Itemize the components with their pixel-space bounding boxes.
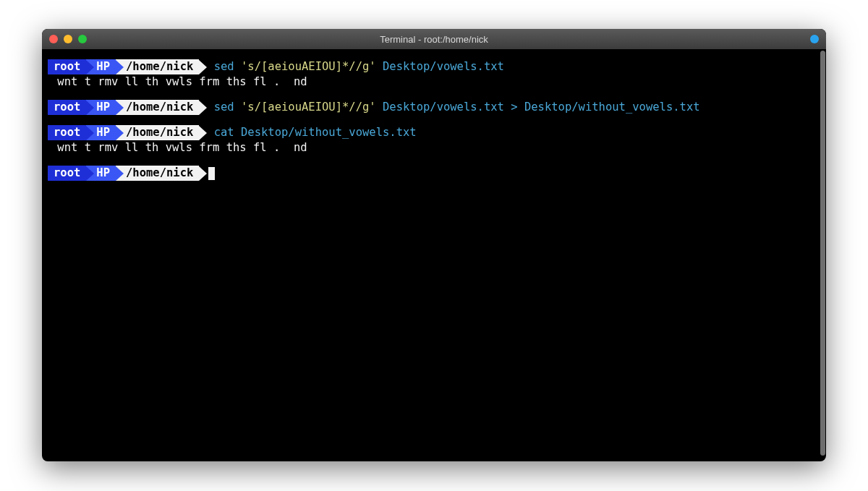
chevron-right-icon [86,166,94,181]
command-text: cat Desktop/without_vowels.txt [207,125,416,140]
prompt-line[interactable]: root HP /home/nick [46,166,822,181]
minimize-icon[interactable] [64,35,72,43]
prompt-path: /home/nick [116,166,199,181]
command-block: root HP /home/nick [46,166,822,181]
prompt-user: root [48,59,86,74]
chevron-right-icon [86,126,94,140]
chevron-right-icon [116,60,124,74]
close-icon[interactable] [49,35,58,43]
terminal-body[interactable]: root HP /home/nick sed 's/[aeiouAEIOU]*/… [42,49,826,461]
command-output: wnt t rmv ll th vwls frm ths fl . nd [46,74,822,90]
prompt-user: root [48,125,86,140]
chevron-right-icon [116,166,124,181]
command-block: root HP /home/nick cat Desktop/without_v… [46,125,822,155]
prompt-path: /home/nick [116,100,199,115]
prompt-user: root [48,100,86,115]
titlebar[interactable]: Terminal - root:/home/nick [42,29,826,49]
status-indicator-icon [810,35,819,43]
command-block: root HP /home/nick sed 's/[aeiouAEIOU]*/… [46,59,822,90]
prompt-line: root HP /home/nick sed 's/[aeiouAEIOU]*/… [46,59,822,74]
chevron-right-icon [199,166,207,181]
terminal-window: Terminal - root:/home/nick root HP /home… [42,29,826,461]
cursor-icon [208,167,215,180]
scrollbar[interactable] [820,51,825,456]
chevron-right-icon [116,126,124,140]
chevron-right-icon [199,60,207,74]
prompt-path: /home/nick [116,59,199,74]
command-output: wnt t rmv ll th vwls frm ths fl . nd [46,140,822,155]
prompt-line: root HP /home/nick cat Desktop/without_v… [46,125,822,140]
command-text: sed 's/[aeiouAEIOU]*//g' Desktop/vowels.… [207,59,504,74]
prompt-path: /home/nick [116,125,199,140]
traffic-lights [49,35,87,43]
prompt-line: root HP /home/nick sed 's/[aeiouAEIOU]*/… [46,100,822,115]
chevron-right-icon [199,126,207,140]
command-text: sed 's/[aeiouAEIOU]*//g' Desktop/vowels.… [207,100,699,115]
chevron-right-icon [86,101,94,115]
zoom-icon[interactable] [78,35,87,43]
chevron-right-icon [199,101,207,115]
chevron-right-icon [86,60,94,74]
command-block: root HP /home/nick sed 's/[aeiouAEIOU]*/… [46,100,822,115]
chevron-right-icon [116,101,124,115]
window-title: Terminal - root:/home/nick [42,34,826,45]
prompt-user: root [48,166,86,181]
